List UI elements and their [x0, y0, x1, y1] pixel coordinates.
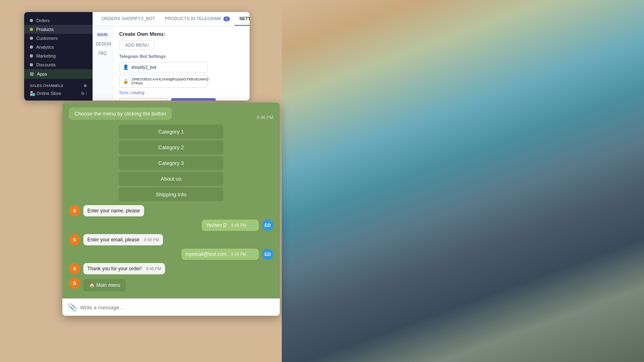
- chat-bubble-reply: Yevhen D 8:48 PM ✓✓: [202, 220, 259, 231]
- subnav-design[interactable]: DESIGN: [93, 39, 112, 49]
- chat-bubble-email: Enter your email, please 8:48 PM: [83, 234, 163, 245]
- clear-settings-button[interactable]: CLEAR SETTINGS: [119, 98, 168, 101]
- message-row-reply: ED Yevhen D 8:48 PM ✓✓: [69, 220, 273, 231]
- telegram-chat: Choose the menu by clicking the button 8…: [62, 103, 280, 316]
- menu-button-category3[interactable]: Category 3: [119, 156, 223, 170]
- avatar-ed: ED: [262, 220, 273, 231]
- message-row: S Enter your name, please: [69, 205, 273, 216]
- checkmark: ✓✓: [248, 223, 255, 228]
- avatar-s4: S: [69, 278, 80, 289]
- user-icon: 👤: [123, 64, 129, 70]
- add-menu-button[interactable]: ADD MENU: [119, 40, 155, 50]
- sync-catalog-link[interactable]: Sync catalog: [119, 90, 216, 95]
- settings-content: Create Own Menu: ADD MENU Telegram Bot S…: [113, 26, 222, 101]
- tab-orders[interactable]: ORDERS SHOPIFY2_BOT: [97, 12, 160, 26]
- create-menu-title: Create Own Menu:: [119, 31, 216, 37]
- lock-icon: 🔒: [123, 78, 129, 84]
- sidebar-item-marketing[interactable]: Marketing: [24, 51, 93, 60]
- menu-buttons: Category 1 Category 2 Category 3 About u…: [69, 125, 273, 201]
- products-badge: 2: [223, 16, 229, 21]
- subnav-main[interactable]: MAIN: [93, 30, 112, 39]
- shopify-tabs: ORDERS SHOPIFY2_BOT PRODUCTS IN TELEGRAM…: [93, 12, 250, 26]
- sales-channel-online-store[interactable]: 🏪 Online Store ⚙ ›: [24, 89, 93, 98]
- menu-prompt-row: Choose the menu by clicking the button 8…: [69, 107, 273, 120]
- settings-subnav: MAIN DESIGN FAQ: [93, 26, 113, 101]
- message-time-email: 8:48 PM: [144, 238, 159, 242]
- attach-icon[interactable]: 📎: [68, 303, 77, 312]
- subnav-faq[interactable]: FAQ: [93, 49, 112, 58]
- avatar-s: S: [69, 205, 80, 216]
- shopify-right-panel: ORDERS SHOPIFY2_BOT PRODUCTS IN TELEGRAM…: [93, 12, 250, 101]
- shopify-sidebar: Orders Products Customers Analytics Mark…: [24, 12, 93, 101]
- chat-input[interactable]: [80, 304, 274, 311]
- bot-token-field: 🔒 1998153816:AAHLtX9olgRGprj4GTk8GIEuWAZ…: [119, 75, 208, 88]
- menu-prompt-time: 8:46 PM: [257, 115, 273, 120]
- avatar-s2: S: [69, 234, 80, 245]
- sidebar-item-analytics[interactable]: Analytics: [24, 43, 93, 51]
- sidebar-item-apps[interactable]: ⊞ Apps: [24, 69, 93, 79]
- menu-button-shipping[interactable]: Shipping Info: [119, 187, 223, 201]
- main-menu-row: S 🏠 Main menu: [69, 278, 273, 291]
- menu-prompt-text: Choose the menu by clicking the button: [69, 107, 172, 120]
- main-menu-button[interactable]: 🏠 Main menu: [83, 279, 126, 291]
- sidebar-item-orders[interactable]: Orders: [24, 16, 93, 25]
- tab-settings[interactable]: SETTINGS: [235, 12, 250, 26]
- menu-button-category2[interactable]: Category 2: [119, 140, 223, 154]
- chat-bubble-thankyou: Thank you for your order! 8:48 PM: [83, 263, 165, 274]
- chat-input-area: 📎: [62, 298, 280, 316]
- message-time: 8:48 PM: [231, 223, 246, 228]
- sales-channels-header: SALES CHANNELS ⊕: [24, 82, 93, 89]
- background-art: [282, 0, 644, 362]
- sidebar-item-customers[interactable]: Customers: [24, 34, 93, 43]
- chat-messages: S Enter your name, please ED Yevhen D 8:…: [62, 201, 280, 298]
- message-time-email-reply: 8:48 PM: [231, 252, 246, 257]
- menu-button-category1[interactable]: Category 1: [119, 125, 223, 139]
- chat-bubble: Enter your name, please: [83, 205, 144, 216]
- menu-button-about[interactable]: About us: [119, 172, 223, 186]
- message-time-thankyou: 8:48 PM: [146, 267, 161, 271]
- shopify-right-inner: MAIN DESIGN FAQ Create Own Menu: ADD MEN…: [93, 26, 250, 101]
- save-settings-button[interactable]: SAVE SETTINGS: [171, 98, 216, 101]
- sales-channels-section: SALES CHANNELS ⊕ 🏪 Online Store ⚙ ›: [24, 82, 93, 98]
- sidebar-item-products[interactable]: Products: [24, 25, 93, 34]
- sidebar-item-discounts[interactable]: Discounts: [24, 60, 93, 69]
- telegram-settings-title: Telegram Bot Settings: [119, 54, 216, 59]
- checkmark2: ✓✓: [248, 252, 255, 257]
- menu-area: Choose the menu by clicking the button 8…: [62, 103, 280, 201]
- bot-name-field: 👤 shopify2_bot: [119, 62, 208, 72]
- avatar-s3: S: [69, 263, 80, 274]
- message-row-thankyou: S Thank you for your order! 8:48 PM: [69, 263, 273, 274]
- shopify-panel: Orders Products Customers Analytics Mark…: [24, 12, 250, 101]
- message-row-email: S Enter your email, please 8:48 PM: [69, 234, 273, 245]
- settings-actions: CLEAR SETTINGS SAVE SETTINGS: [119, 98, 216, 101]
- avatar-ed2: ED: [262, 249, 273, 260]
- tab-products[interactable]: PRODUCTS IN TELEGRAM 2: [160, 12, 234, 26]
- chat-bubble-email-reply: myemail@test.com 8:48 PM ✓✓: [182, 249, 259, 260]
- message-row-email-reply: ED myemail@test.com 8:48 PM ✓✓: [69, 249, 273, 260]
